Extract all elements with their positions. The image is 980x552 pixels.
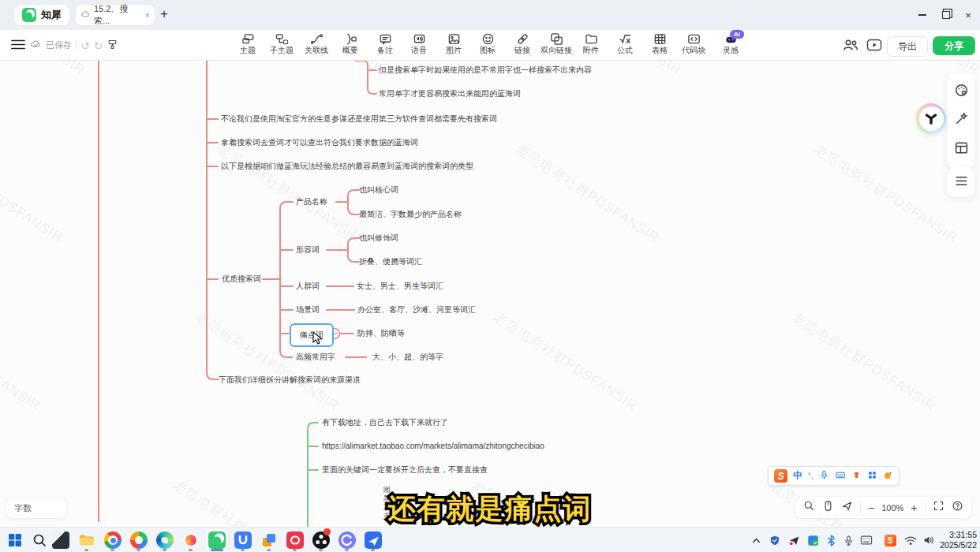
taskbar-edge[interactable] xyxy=(156,531,174,549)
export-button[interactable]: 导出 xyxy=(887,36,928,57)
node-scene-word[interactable]: 场景词 xyxy=(296,304,320,315)
tool-formula[interactable]: 公式 xyxy=(608,32,642,58)
palette-icon[interactable] xyxy=(954,83,969,101)
tool-voice[interactable]: 语音 xyxy=(402,32,436,58)
tray-expand-icon[interactable] xyxy=(750,534,762,546)
taskbar-search-icon[interactable] xyxy=(31,531,48,549)
taskbar-zhixi-active[interactable] xyxy=(208,531,226,549)
sogou-logo-icon[interactable]: S xyxy=(774,469,787,483)
formula-icon xyxy=(619,32,632,46)
ime-emoji-icon[interactable] xyxy=(883,469,893,483)
redo-icon[interactable]: ↻ xyxy=(94,39,103,52)
node-high-freq-examples[interactable]: 大、小、超、的等字 xyxy=(372,352,443,363)
collaborators-icon[interactable] xyxy=(843,38,858,55)
node-split-keywords[interactable]: 里面的关键词一定要拆开之后去查，不要直接查 xyxy=(322,464,488,476)
running-dot xyxy=(84,549,88,551)
node-product-name[interactable]: 产品名称 xyxy=(296,196,327,207)
node-download-note[interactable]: 有下载地址，自己去下载下来就行了 xyxy=(322,417,448,428)
document-tab[interactable]: 15.2、搜索... × xyxy=(76,5,155,25)
tool-topic[interactable]: 主题 xyxy=(230,32,265,58)
tray-wifi-icon[interactable] xyxy=(904,534,917,546)
node-crowd-word[interactable]: 人群词 xyxy=(296,281,320,292)
magic-wand-icon[interactable] xyxy=(954,111,969,129)
bidirectional-link-icon xyxy=(550,32,563,46)
taskbar-app-capture[interactable] xyxy=(52,531,69,549)
taskbar-app-red[interactable] xyxy=(286,531,304,549)
tray-security-shield-icon[interactable] xyxy=(769,534,781,546)
app-home-tab[interactable]: 知犀 xyxy=(14,5,69,25)
video-tutorial-icon[interactable] xyxy=(866,38,882,55)
taskbar-chrome[interactable] xyxy=(104,531,122,549)
node-core-word[interactable]: 也叫核心词 xyxy=(359,185,398,196)
minimize-button[interactable] xyxy=(915,8,930,22)
node-crowd-examples[interactable]: 女士、男士、男生等词汇 xyxy=(357,281,443,292)
node-single-word-2[interactable]: 常用单字才更容易搜索出来能用的蓝海词 xyxy=(379,88,521,99)
tool-bidirectional-link[interactable]: 双向链接 xyxy=(539,32,574,58)
ime-toolbar[interactable]: S 中 °, xyxy=(768,466,900,486)
ai-assistant-button[interactable] xyxy=(916,103,946,133)
running-dot xyxy=(110,549,114,551)
ime-toolbox-icon[interactable] xyxy=(867,469,877,483)
tool-relation-line[interactable]: 关联线 xyxy=(299,32,334,58)
node-next-note[interactable]: 下面我们详细拆分讲解搜索词的来源渠道 xyxy=(219,375,361,386)
tray-ime-indicator-icon[interactable] xyxy=(860,534,873,546)
tool-note[interactable]: 备注 xyxy=(368,32,402,58)
node-pain-word-selected[interactable]: 痛点词 xyxy=(290,323,334,347)
close-button[interactable]: × xyxy=(961,8,975,22)
tray-clock[interactable]: 3:31:55 2025/5/22 xyxy=(936,530,977,550)
node-download-url[interactable]: https://alimarket.taobao.com/markets/ali… xyxy=(322,441,544,452)
tool-link[interactable]: 链接 xyxy=(505,32,540,58)
tray-bluetooth-icon[interactable] xyxy=(825,534,837,546)
node-note-3[interactable]: 以下是根据咱们做蓝海玩法经验总结的最容易查到蓝海词的搜索词的类型 xyxy=(221,161,473,172)
tool-sticker[interactable]: 图标 xyxy=(470,32,505,58)
node-fold-portable[interactable]: 折叠、便携等词汇 xyxy=(359,256,422,267)
link-icon xyxy=(516,32,529,46)
node-shortest-name[interactable]: 最简洁、字数最少的产品名称 xyxy=(359,209,462,220)
taskbar-app-rocket[interactable] xyxy=(365,531,382,549)
tool-table[interactable]: 表格 xyxy=(642,32,677,58)
taskbar-start-button[interactable] xyxy=(6,531,24,549)
taskbar-app-purple[interactable] xyxy=(339,531,356,549)
node-quality-search-words[interactable]: 优质搜索词 xyxy=(222,274,261,285)
share-button[interactable]: 分享 xyxy=(933,36,975,55)
save-status: 已保存 ↺ ↻ xyxy=(30,39,118,52)
format-painter-icon[interactable] xyxy=(107,39,118,52)
menu-hamburger-icon[interactable] xyxy=(11,39,27,54)
outline-icon[interactable] xyxy=(954,173,969,192)
tray-volume-icon[interactable] xyxy=(922,534,935,546)
tool-summary[interactable]: 概要 xyxy=(333,32,368,58)
taskbar-browser-360[interactable] xyxy=(130,531,148,549)
ime-mic-icon[interactable] xyxy=(819,469,829,483)
undo-icon[interactable]: ↺ xyxy=(80,39,90,52)
taskbar-obs[interactable] xyxy=(312,531,330,549)
tool-code-block[interactable]: 代码块 xyxy=(676,32,711,58)
mindmap-canvas[interactable]: 老范电商社群PDSFANSIR老范电商社群PDSFANSIR老范电商社群PDSF… xyxy=(0,60,980,527)
node-pain-examples[interactable]: 防摔、防晒等 xyxy=(357,328,405,339)
tool-attachment[interactable]: 附件 xyxy=(574,32,608,58)
node-modifier[interactable]: 也叫修饰词 xyxy=(359,233,398,244)
node-adjective[interactable]: 形容词 xyxy=(296,244,320,255)
taskbar-app-orange[interactable] xyxy=(182,531,200,549)
ime-skin-icon[interactable] xyxy=(851,469,862,483)
tray-app-check-icon[interactable] xyxy=(806,534,819,546)
taskbar-app-squares[interactable] xyxy=(260,531,278,549)
node-note-1[interactable]: 不论我们是使用淘宝官方的生意参谋还是使用第三方软件查词都需要先有搜索词 xyxy=(221,114,497,125)
tray-telegram-icon[interactable] xyxy=(787,534,800,546)
tool-subtopic[interactable]: 子主题 xyxy=(264,32,299,58)
ime-punctuation[interactable]: °, xyxy=(808,472,814,480)
node-high-freq-word[interactable]: 高频常用字 xyxy=(296,352,335,363)
node-scene-examples[interactable]: 办公室、客厅、沙滩、河里等词汇 xyxy=(357,304,476,315)
tray-sogou-icon[interactable]: S xyxy=(884,534,896,546)
tool-image[interactable]: 图片 xyxy=(436,32,471,58)
node-single-word-1[interactable]: 但是搜索单字时如果使用的是不常用字也一样搜索不出来内容 xyxy=(379,65,592,76)
restore-button[interactable] xyxy=(939,8,953,22)
tab-close-icon[interactable]: × xyxy=(145,10,150,20)
ime-mode-chinese[interactable]: 中 xyxy=(793,469,802,483)
layout-icon[interactable] xyxy=(954,140,969,159)
tray-microphone-icon[interactable] xyxy=(842,534,855,546)
node-note-2[interactable]: 拿着搜索词去查词才可以查出符合我们要求数据的蓝海词 xyxy=(221,137,418,148)
new-tab-button[interactable]: + xyxy=(156,6,172,22)
taskbar-file-explorer[interactable] xyxy=(78,531,95,549)
taskbar-app-lock[interactable] xyxy=(234,531,252,549)
ime-keyboard-icon[interactable] xyxy=(835,469,846,483)
